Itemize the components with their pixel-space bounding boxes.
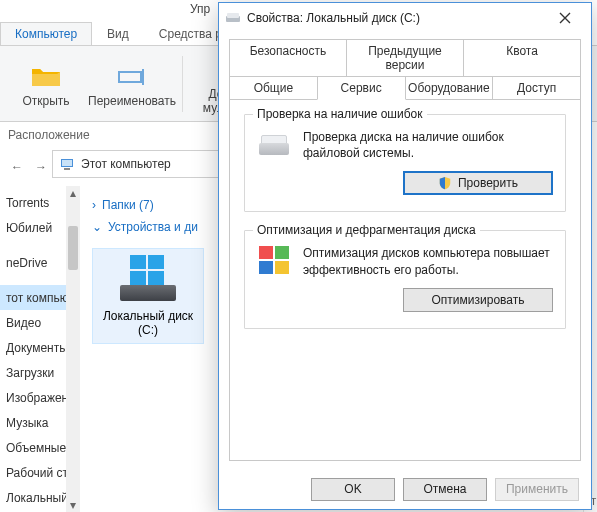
dialog-tab[interactable]: Квота: [463, 39, 581, 76]
svg-rect-0: [119, 72, 141, 82]
dialog-tab[interactable]: Оборудование: [405, 76, 494, 100]
check-disk-label: Проверить: [458, 176, 518, 190]
tab-view[interactable]: Вид: [92, 22, 144, 45]
dialog-tab[interactable]: Предыдущие версии: [346, 39, 464, 76]
optimize-label: Оптимизировать: [432, 293, 525, 307]
optimize-button[interactable]: Оптимизировать: [403, 288, 553, 312]
scroll-up-icon[interactable]: ▴: [66, 186, 80, 200]
title-manage: Упр: [190, 2, 210, 16]
close-button[interactable]: [545, 4, 585, 32]
svg-rect-8: [64, 168, 70, 170]
scroll-thumb[interactable]: [68, 226, 78, 270]
dialog-body: Проверка на наличие ошибок Проверка диск…: [229, 100, 581, 461]
check-disk-button[interactable]: Проверить: [403, 171, 553, 195]
defrag-desc: Оптимизация дисков компьютера повышает э…: [303, 245, 553, 277]
open-button[interactable]: Открыть: [10, 60, 82, 108]
group-devices-label: Устройства и ди: [108, 220, 198, 234]
svg-rect-10: [227, 13, 239, 18]
dialog-tabs: БезопасностьПредыдущие версииКвота Общие…: [229, 39, 581, 100]
error-check-desc: Проверка диска на наличие ошибок файлово…: [303, 129, 553, 161]
group-folders-label: Папки (7): [102, 198, 154, 212]
nav-back-button[interactable]: ←: [6, 156, 28, 178]
ok-button[interactable]: OK: [311, 478, 395, 501]
tab-computer[interactable]: Компьютер: [0, 22, 92, 45]
this-pc-icon: [59, 156, 75, 172]
drive-label: Локальный диск (C:): [99, 309, 197, 337]
rename-button[interactable]: Переименовать: [96, 60, 168, 108]
properties-dialog: Свойства: Локальный диск (C:) Безопаснос…: [218, 2, 592, 510]
drive-icon: [225, 10, 241, 26]
apply-button: Применить: [495, 478, 579, 501]
svg-rect-7: [62, 160, 72, 166]
shield-icon: [438, 176, 452, 190]
chevron-right-icon: ›: [92, 198, 96, 212]
scroll-down-icon[interactable]: ▾: [66, 498, 80, 512]
drive-tile-c[interactable]: Локальный диск (C:): [92, 248, 204, 344]
rename-label: Переименовать: [88, 94, 176, 108]
dialog-titlebar[interactable]: Свойства: Локальный диск (C:): [219, 3, 591, 33]
dialog-tab[interactable]: Сервис: [317, 76, 406, 100]
ribbon-separator: [182, 56, 183, 112]
dialog-tab[interactable]: Общие: [229, 76, 318, 100]
error-check-legend: Проверка на наличие ошибок: [253, 107, 427, 121]
open-label: Открыть: [22, 94, 69, 108]
dialog-tab[interactable]: Доступ: [492, 76, 581, 100]
error-check-group: Проверка на наличие ошибок Проверка диск…: [244, 114, 566, 212]
defrag-group: Оптимизация и дефрагментация диска Оптим…: [244, 230, 566, 328]
dialog-title: Свойства: Локальный диск (C:): [247, 11, 545, 25]
cancel-button[interactable]: Отмена: [403, 478, 487, 501]
dialog-tab[interactable]: Безопасность: [229, 39, 347, 76]
disk-icon: [257, 129, 291, 157]
close-icon: [559, 12, 571, 24]
chevron-down-icon: ⌄: [92, 220, 102, 234]
nav-forward-button[interactable]: →: [30, 156, 52, 178]
folder-open-icon: [30, 60, 62, 92]
tree-scrollbar[interactable]: ▴ ▾: [66, 186, 80, 512]
breadcrumb-root[interactable]: Этот компьютер: [81, 157, 171, 171]
nav-buttons: ← →: [6, 156, 52, 178]
dialog-footer: OK Отмена Применить: [219, 469, 591, 509]
defrag-icon: [257, 245, 291, 275]
drive-icon: [114, 255, 182, 303]
defrag-legend: Оптимизация и дефрагментация диска: [253, 223, 480, 237]
rename-icon: [116, 60, 148, 92]
